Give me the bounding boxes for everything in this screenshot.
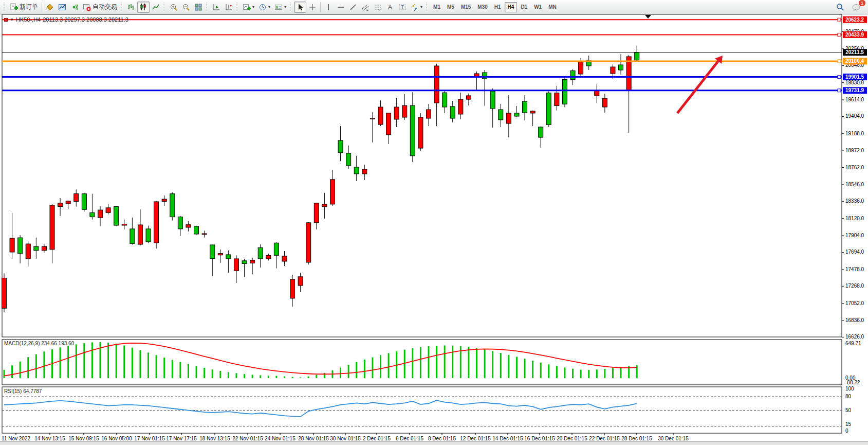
candle-body	[394, 107, 399, 119]
line-anchor[interactable]	[838, 60, 841, 63]
candlestick-chart-button[interactable]	[137, 2, 150, 13]
trendline-tool-button[interactable]	[347, 2, 359, 13]
candle-body	[418, 117, 423, 148]
timeframe-w1[interactable]: W1	[531, 2, 545, 12]
svg-text:18546.0: 18546.0	[845, 182, 864, 187]
candle-body	[98, 210, 103, 218]
line-anchor[interactable]	[838, 18, 841, 21]
trendline-icon	[349, 3, 357, 11]
channel-tool-button[interactable]: E	[359, 2, 372, 13]
svg-text:A: A	[388, 4, 392, 11]
candle-body	[282, 256, 287, 261]
rsi-scale-label: 15	[845, 421, 852, 427]
tile-windows-button[interactable]	[192, 2, 205, 13]
timeframe-m5[interactable]: M5	[444, 2, 457, 12]
svg-text:19404.0: 19404.0	[845, 113, 864, 119]
time-axis-label: 28 Nov 01:15	[298, 436, 329, 441]
new-order-button[interactable]: 新订单	[8, 2, 40, 13]
candle-body	[274, 243, 279, 255]
candle-body	[386, 113, 391, 135]
svg-text:17694.0: 17694.0	[845, 249, 864, 255]
dropdown-caret: ▾	[284, 5, 286, 9]
bar-chart-button[interactable]	[125, 2, 137, 13]
cursor-tool-button[interactable]	[294, 2, 306, 13]
candle-body	[602, 98, 607, 107]
timeframe-m15[interactable]: M15	[458, 2, 474, 12]
line-chart-button[interactable]	[150, 2, 162, 13]
signal-icon	[70, 3, 79, 11]
candle-body	[306, 223, 311, 262]
add-indicator-button[interactable]: ▾	[241, 2, 256, 13]
timeframe-m1[interactable]: M1	[430, 2, 444, 12]
timeframe-h4[interactable]: H4	[505, 2, 518, 12]
price-chart-canvas[interactable]: 20472.020256.020046.019830.019614.019404…	[0, 14, 868, 445]
fibonacci-tool-button[interactable]: F	[372, 2, 384, 13]
styler-button[interactable]	[44, 2, 56, 13]
text-label-tool-button[interactable]: T	[396, 2, 409, 13]
text-icon: A	[386, 3, 394, 11]
candle-body	[514, 113, 519, 116]
arrows-tool-button[interactable]: ▾	[409, 2, 424, 13]
svg-text:19614.0: 19614.0	[845, 97, 864, 102]
candle-body	[34, 246, 39, 251]
time-axis-label: 30 Dec 01:15	[658, 436, 689, 441]
candle-body	[362, 169, 367, 174]
candle-body	[154, 202, 159, 243]
cursor-icon	[296, 3, 304, 11]
line-anchor[interactable]	[838, 89, 841, 92]
candle-body	[146, 229, 151, 242]
candle-body	[410, 105, 415, 156]
candle-body	[546, 93, 551, 125]
macd-label: MACD(12,26,9) 234.66 193.60	[4, 341, 74, 346]
svg-text:F: F	[379, 8, 381, 11]
text-tool-button[interactable]: A	[384, 2, 396, 13]
candle-body	[170, 194, 175, 217]
candle-body	[427, 110, 431, 118]
candle-body	[250, 260, 255, 263]
timeframe-group: M1M5M15M30H1H4D1W1MN	[430, 2, 560, 12]
auto-scroll-button[interactable]	[210, 2, 223, 13]
vline-tool-button[interactable]	[322, 2, 335, 13]
tile-windows-icon	[194, 3, 202, 11]
svg-text:16836.0: 16836.0	[845, 317, 864, 323]
period-button[interactable]: ▾	[256, 2, 272, 13]
candle-body	[162, 199, 167, 201]
new-order-icon	[10, 3, 18, 11]
line-anchor[interactable]	[838, 33, 841, 36]
line-anchor[interactable]	[838, 76, 841, 79]
candle-body	[218, 254, 223, 255]
price-badge-label: 20211.5	[845, 49, 864, 55]
timeframe-d1[interactable]: D1	[518, 2, 530, 12]
svg-text:18336.0: 18336.0	[845, 198, 864, 204]
candle-body	[90, 212, 95, 217]
time-axis-label: 16 Nov 05:00	[101, 436, 132, 441]
candle-body	[290, 279, 295, 298]
candle-body	[178, 217, 182, 229]
chart-window-button[interactable]	[56, 2, 68, 13]
time-axis-label: 17 Nov 01:15	[134, 436, 165, 441]
crosshair-tool-button[interactable]	[306, 2, 319, 13]
rsi-scale-label: 80	[845, 394, 852, 399]
chart-shift-button[interactable]	[223, 2, 235, 13]
time-axis-label: 22 Nov 01:15	[232, 436, 263, 441]
candle-body	[242, 261, 247, 264]
hline-tool-button[interactable]	[335, 2, 347, 13]
timeframe-m30[interactable]: M30	[474, 2, 490, 12]
search-button[interactable]	[834, 2, 846, 13]
zoom-in-button[interactable]	[168, 2, 180, 13]
timeframe-mn[interactable]: MN	[545, 2, 560, 12]
template-button[interactable]: ▾	[272, 2, 288, 13]
candle-body	[539, 127, 543, 137]
candle-body	[258, 248, 263, 259]
signals-button[interactable]	[68, 2, 81, 13]
time-axis-label: 14 Dec 01:15	[492, 436, 523, 441]
zoom-out-button[interactable]	[180, 2, 192, 13]
autotrading-button[interactable]: 自动交易	[81, 2, 119, 13]
time-axis-label: 22 Dec 01:15	[589, 436, 620, 441]
chart-title: ▼ HK50-,H4 20113.3 20297.3 20088.3 20211…	[4, 16, 128, 23]
horizontal-line-icon	[337, 3, 345, 11]
dropdown-caret: ▾	[268, 5, 270, 9]
candle-body	[2, 278, 7, 309]
notifications-button[interactable]: 1	[849, 2, 863, 13]
timeframe-h1[interactable]: H1	[491, 2, 504, 12]
